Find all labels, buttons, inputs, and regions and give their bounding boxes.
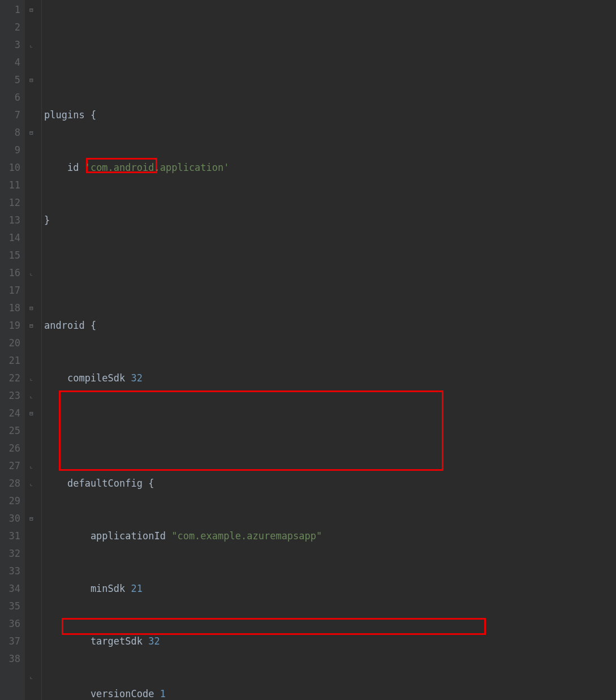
- tok: android: [44, 320, 91, 331]
- fold-close-icon[interactable]: ⌞: [28, 480, 35, 487]
- fold-close-icon[interactable]: ⌞: [28, 393, 35, 399]
- line-number: 29: [0, 492, 20, 510]
- code-line[interactable]: defaultConfig {: [44, 475, 616, 492]
- brace: }: [44, 214, 50, 226]
- line-number: 10: [0, 159, 20, 177]
- code-area[interactable]: plugins { id 'com.android.application' }…: [42, 0, 616, 700]
- line-number: 25: [0, 422, 20, 440]
- line-number: 16: [0, 264, 20, 282]
- line-number: 38: [0, 650, 20, 668]
- fold-open-icon[interactable]: ⊟: [28, 410, 35, 416]
- fold-open-icon[interactable]: ⊟: [28, 7, 35, 13]
- fold-open-icon[interactable]: ⊟: [28, 130, 35, 136]
- line-number: 11: [0, 177, 20, 194]
- tok: versionCode: [44, 688, 160, 699]
- line-number: 7: [0, 106, 20, 124]
- line-number: 24: [0, 405, 20, 422]
- tok: id: [44, 162, 85, 173]
- fold-close-icon[interactable]: ⌞: [28, 375, 35, 381]
- code-line[interactable]: id 'com.android.application': [44, 159, 616, 177]
- fold-open-icon[interactable]: ⊟: [28, 516, 35, 522]
- line-number: 35: [0, 598, 20, 615]
- line-number: 5: [0, 71, 20, 89]
- fold-close-icon[interactable]: ⌞: [28, 42, 35, 48]
- line-number: 34: [0, 580, 20, 598]
- line-number: 8: [0, 124, 20, 141]
- code-line[interactable]: }: [44, 212, 616, 229]
- code-line[interactable]: plugins {: [44, 106, 616, 124]
- line-number: 19: [0, 317, 20, 334]
- fold-open-icon[interactable]: ⊟: [28, 323, 35, 329]
- brace: {: [148, 478, 154, 489]
- number-literal: 32: [131, 372, 143, 384]
- code-line[interactable]: android {: [44, 317, 616, 334]
- line-number-gutter: 1 2 3 4 5 6 7 8 9 10 11 12 13 14 15 16 1…: [0, 0, 25, 700]
- line-number: 17: [0, 282, 20, 299]
- line-number: 22: [0, 370, 20, 387]
- code-line[interactable]: compileSdk 32: [44, 370, 616, 387]
- code-line[interactable]: minSdk 21: [44, 580, 616, 598]
- line-number: 13: [0, 212, 20, 229]
- line-number: 20: [0, 334, 20, 352]
- fold-open-icon[interactable]: ⊟: [28, 77, 35, 83]
- line-number: 2: [0, 19, 20, 36]
- line-number: 31: [0, 527, 20, 545]
- number-literal: 21: [131, 583, 143, 594]
- fold-close-icon[interactable]: ⌞: [28, 270, 35, 276]
- code-line[interactable]: targetSdk 32: [44, 633, 616, 650]
- tok: compileSdk: [44, 372, 131, 384]
- code-line[interactable]: [44, 422, 616, 440]
- fold-column: ⊟ ⌞ ⊟ ⊟ ⌞ ⊟ ⊟ ⌞ ⌞ ⊟ ⌞ ⌞ ⊟ ⌞: [25, 0, 42, 700]
- line-number: 23: [0, 387, 20, 405]
- tok: targetSdk: [44, 635, 148, 647]
- line-number: 3: [0, 36, 20, 54]
- fold-open-icon[interactable]: ⊟: [28, 305, 35, 311]
- line-number: 27: [0, 457, 20, 475]
- line-number: 14: [0, 229, 20, 247]
- line-number: 1: [0, 1, 20, 19]
- line-number: 32: [0, 545, 20, 562]
- line-number: 9: [0, 141, 20, 159]
- line-number: 33: [0, 562, 20, 580]
- fold-close-icon[interactable]: ⌞: [28, 673, 35, 680]
- string-literal: "com.example.azuremapsapp": [171, 530, 322, 542]
- number-literal: 32: [148, 635, 160, 647]
- line-number: [0, 668, 20, 685]
- line-number: 15: [0, 247, 20, 264]
- brace: {: [91, 320, 96, 331]
- line-number: 4: [0, 54, 20, 71]
- line-number: 30: [0, 510, 20, 527]
- line-number: 26: [0, 440, 20, 457]
- code-editor[interactable]: 1 2 3 4 5 6 7 8 9 10 11 12 13 14 15 16 1…: [0, 0, 616, 700]
- number-literal: 1: [160, 688, 166, 699]
- string-literal: 'com.android.application': [85, 162, 230, 173]
- tok: applicationId: [44, 530, 171, 542]
- line-number: 28: [0, 475, 20, 492]
- line-number: 6: [0, 89, 20, 106]
- brace: {: [91, 109, 96, 121]
- tok: defaultConfig: [44, 478, 148, 489]
- line-number: 12: [0, 194, 20, 212]
- line-number: 21: [0, 352, 20, 370]
- code-line[interactable]: applicationId "com.example.azuremapsapp": [44, 527, 616, 545]
- code-line[interactable]: versionCode 1: [44, 685, 616, 700]
- line-number: 37: [0, 633, 20, 650]
- line-number: 36: [0, 615, 20, 633]
- tok: minSdk: [44, 583, 131, 594]
- tok: plugins: [44, 109, 91, 121]
- line-number: 18: [0, 299, 20, 317]
- code-line[interactable]: [44, 264, 616, 282]
- fold-close-icon[interactable]: ⌞: [28, 463, 35, 469]
